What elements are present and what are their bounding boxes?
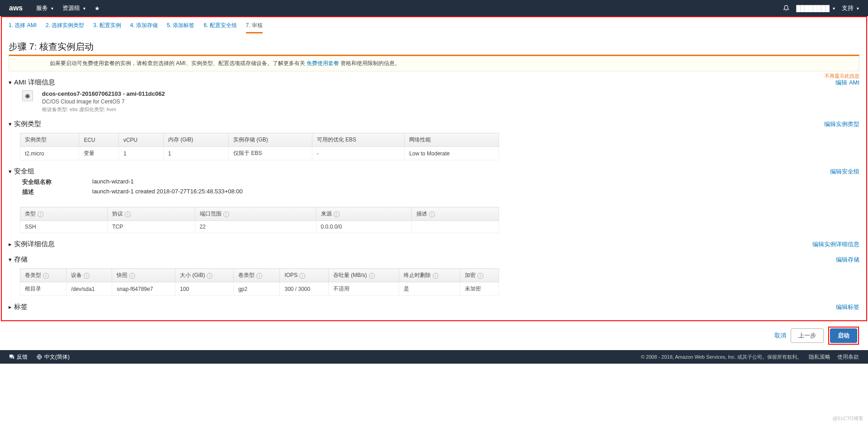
table-row: t2.micro 变量 1 1 仅限于 EBS - Low to Moderat…: [20, 147, 499, 160]
storage-table: 卷类型i 设备i 快照i 大小 (GiB)i 卷类型i IOPSi 吞吐量 (M…: [20, 268, 499, 296]
col-storage: 实例存储 (GB): [229, 133, 312, 147]
info-icon[interactable]: i: [334, 211, 340, 217]
edit-instance-link[interactable]: 编辑实例类型: [824, 120, 859, 128]
banner-text-suffix: 资格和使用限制的信息。: [340, 60, 400, 66]
col-vtype: 卷类型i: [20, 269, 66, 282]
col-sg-source: 来源i: [316, 207, 411, 221]
step-4[interactable]: 4. 添加存储: [130, 22, 158, 33]
col-dev: 设备i: [66, 269, 112, 282]
info-icon[interactable]: i: [299, 273, 305, 279]
step-1[interactable]: 1. 选择 AMI: [9, 22, 37, 33]
cancel-link[interactable]: 取消: [774, 332, 786, 340]
account-menu[interactable]: ████████: [796, 5, 835, 12]
storage-section: 存储 编辑存储 卷类型i 设备i 快照i 大小 (GiB)i 卷类型i IOPS…: [9, 255, 859, 296]
col-size: 大小 (GiB)i: [175, 269, 234, 282]
top-nav: aws 服务 资源组 ★ ████████ 支持: [0, 0, 868, 16]
col-snap: 快照i: [112, 269, 175, 282]
step-2[interactable]: 2. 选择实例类型: [46, 22, 84, 33]
col-vol: 卷类型i: [234, 269, 280, 282]
edit-instance-detail-link[interactable]: 编辑实例详细信息: [812, 240, 859, 248]
ami-heading: AMI 详细信息: [14, 78, 835, 87]
info-icon[interactable]: i: [129, 273, 135, 279]
instance-type-table: 实例类型 ECU vCPU 内存 (GiB) 实例存储 (GB) 可用的优化 E…: [20, 133, 499, 160]
step-3[interactable]: 3. 配置实例: [93, 22, 121, 33]
sg-name-value: launch-wizard-1: [92, 178, 134, 186]
edit-tags-link[interactable]: 编辑标签: [836, 303, 859, 311]
edit-sg-link[interactable]: 编辑安全组: [830, 168, 859, 176]
tags-heading: 标签: [14, 303, 836, 311]
sg-desc-label: 描述: [22, 188, 92, 196]
pin-icon[interactable]: ★: [94, 5, 100, 12]
instance-detail-section: 实例详细信息 编辑实例详细信息: [9, 240, 859, 248]
col-sg-proto: 协议i: [108, 207, 195, 221]
aws-logo[interactable]: aws: [9, 4, 23, 12]
footer-actions: 取消 上一步 启动: [0, 321, 868, 350]
sg-heading: 安全组: [14, 167, 830, 176]
info-icon[interactable]: i: [84, 273, 90, 279]
instance-heading: 实例类型: [14, 120, 824, 128]
ami-section: AMI 详细信息 编辑 AMI ❋ dcos-centos7-201607062…: [9, 78, 859, 113]
instance-detail-toggle-icon[interactable]: [9, 241, 12, 248]
info-icon[interactable]: i: [433, 273, 439, 279]
info-icon[interactable]: i: [38, 211, 43, 217]
tags-toggle-icon[interactable]: [9, 304, 12, 310]
table-row: SSH TCP 22 0.0.0.0/0: [20, 221, 499, 233]
privacy-link[interactable]: 隐私策略: [809, 353, 830, 361]
banner-text-prefix: 如果要启动可免费使用套餐的实例，请检查您选择的 AMI、实例类型、配置选项或存储…: [50, 60, 307, 66]
info-icon[interactable]: i: [429, 211, 435, 217]
ami-description: DC/OS Cloud Image for CentOS 7: [42, 98, 165, 105]
security-group-section: 安全组 编辑安全组 安全组名称 launch-wizard-1 描述 launc…: [9, 167, 859, 233]
launch-button[interactable]: 启动: [830, 328, 857, 343]
services-menu[interactable]: 服务: [36, 4, 53, 12]
free-tier-link[interactable]: 免费使用套餐: [307, 60, 339, 66]
storage-toggle-icon[interactable]: [9, 256, 12, 263]
col-ecu: ECU: [79, 133, 119, 147]
ami-os-icon: ❋: [22, 90, 33, 101]
notifications-icon[interactable]: [783, 5, 789, 11]
language-selector[interactable]: 中文(简体): [37, 353, 70, 361]
terms-link[interactable]: 使用条款: [837, 353, 859, 361]
info-icon[interactable]: i: [223, 211, 229, 217]
storage-heading: 存储: [14, 255, 836, 264]
sg-name-label: 安全组名称: [22, 178, 92, 186]
ami-meta: 根设备类型: ebs 虚拟化类型: hvm: [42, 106, 165, 113]
feedback-link[interactable]: 反馈: [9, 353, 28, 361]
edit-ami-link[interactable]: 编辑 AMI: [835, 79, 859, 87]
col-vcpu: vCPU: [118, 133, 163, 147]
col-ebs: 可用的优化 EBS: [312, 133, 405, 147]
banner-dismiss[interactable]: 不再显示此信息: [825, 73, 859, 80]
resource-groups-menu[interactable]: 资源组: [62, 4, 85, 12]
info-icon[interactable]: i: [256, 273, 262, 279]
info-icon[interactable]: i: [207, 273, 212, 279]
col-mem: 内存 (GiB): [163, 133, 228, 147]
info-icon[interactable]: i: [477, 273, 483, 279]
instance-type-section: 实例类型 编辑实例类型 实例类型 ECU vCPU 内存 (GiB) 实例存储 …: [9, 120, 859, 160]
support-menu[interactable]: 支持: [842, 4, 859, 12]
copyright-text: © 2008 - 2018, Amazon Web Services, Inc.…: [641, 354, 802, 360]
launch-highlight: 启动: [828, 327, 859, 345]
previous-button[interactable]: 上一步: [791, 328, 824, 343]
step-5[interactable]: 5. 添加标签: [167, 22, 194, 33]
sg-toggle-icon[interactable]: [9, 168, 12, 175]
col-instance-type: 实例类型: [20, 133, 79, 147]
step-6[interactable]: 6. 配置安全组: [203, 22, 236, 33]
table-row: 根目录 /dev/sda1 snap-f64789e7 100 gp2 300 …: [20, 282, 499, 296]
ami-title: dcos-centos7-201607062103 - ami-011dc062: [42, 90, 165, 97]
info-icon[interactable]: i: [125, 211, 131, 217]
instance-toggle-icon[interactable]: [9, 121, 12, 127]
step-7[interactable]: 7. 审核: [246, 22, 263, 33]
instance-detail-heading: 实例详细信息: [14, 240, 812, 248]
security-group-table: 类型i 协议i 端口范围i 来源i 描述i SSH TCP 22 0.0.0.0…: [20, 207, 499, 233]
tags-section: 标签 编辑标签: [9, 303, 859, 311]
sg-desc-value: launch-wizard-1 created 2018-07-27T16:25…: [92, 188, 243, 196]
col-sg-desc: 描述i: [411, 207, 499, 221]
edit-storage-link[interactable]: 编辑存储: [836, 256, 859, 264]
ami-toggle-icon[interactable]: [9, 79, 12, 86]
col-delterm: 终止时删除i: [399, 269, 460, 282]
highlight-box: 1. 选择 AMI 2. 选择实例类型 3. 配置实例 4. 添加存储 5. 添…: [1, 16, 867, 321]
info-icon[interactable]: i: [43, 273, 49, 279]
wizard-steps: 1. 选择 AMI 2. 选择实例类型 3. 配置实例 4. 添加存储 5. 添…: [9, 19, 859, 37]
free-tier-banner: 如果要启动可免费使用套餐的实例，请检查您选择的 AMI、实例类型、配置选项或存储…: [9, 55, 859, 71]
bottom-nav: 反馈 中文(简体) © 2008 - 2018, Amazon Web Serv…: [0, 350, 868, 364]
info-icon[interactable]: i: [369, 273, 375, 279]
